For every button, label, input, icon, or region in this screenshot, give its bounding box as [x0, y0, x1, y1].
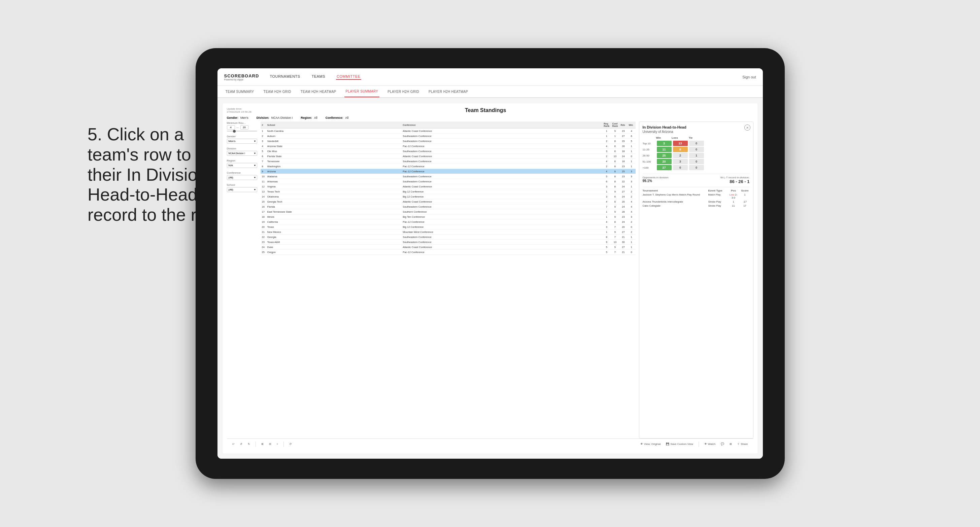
- paste-button[interactable]: ⊟: [268, 442, 273, 446]
- table-row[interactable]: 8 Washington Pac-12 Conference 2 8 23 1: [261, 164, 636, 169]
- cell-rds: 24: [619, 154, 627, 159]
- gender-select[interactable]: Men's ▾: [227, 139, 257, 144]
- cell-reg-rank: 4: [602, 219, 611, 224]
- table-row[interactable]: 12 Virginia Atlantic Coast Conference 3 …: [261, 184, 636, 189]
- tablet-device: SCOREBOARD Powered by clippd TOURNAMENTS…: [196, 48, 785, 479]
- table-row[interactable]: 14 Oklahoma Big 12 Conference 3 6 24 2: [261, 194, 636, 199]
- min-rounds-label: Minimum Rou...: [227, 122, 257, 124]
- table-row[interactable]: 25 Oregon Pac-12 Conference 5 7 21 0: [261, 250, 636, 255]
- table-row[interactable]: 3 Vanderbilt Southeastern Conference 2 8…: [261, 139, 636, 144]
- cell-rds: 23: [619, 129, 627, 133]
- conference-select[interactable]: (All) ▾: [227, 175, 257, 180]
- h2h-row: Top 10 3 13 0: [643, 141, 750, 146]
- cell-reg-rank: 1: [602, 214, 611, 219]
- min-rounds-input[interactable]: 4: [227, 125, 235, 130]
- subnav-team-summary[interactable]: TEAM SUMMARY: [224, 86, 256, 97]
- bottom-toolbar: ↩ ↺ ↻ ⊞ ⊟ + ⏱ 👁 View: Original 💾: [227, 438, 753, 449]
- table-row[interactable]: 13 Texas Tech Big 12 Conference 1 9 27 2: [261, 189, 636, 194]
- undo-button[interactable]: ↩: [231, 442, 236, 446]
- subnav-player-h2h-heatmap[interactable]: PLAYER H2H HEATMAP: [427, 86, 469, 97]
- h2h-row-label: Top 10: [643, 142, 655, 145]
- record-area: W-L-T record in-division: 86 - 26 - 1: [721, 176, 750, 184]
- table-row[interactable]: 18 Illinois Big Ten Conference 1 9 23 3: [261, 214, 636, 219]
- redo2-button[interactable]: ↻: [247, 442, 251, 446]
- rounds-slider[interactable]: [227, 130, 257, 132]
- table-row[interactable]: 9 Arizona Pac-12 Conference 4 8 25 3: [261, 169, 636, 174]
- table-row[interactable]: 10 Alabama Southeastern Conference 5 8 2…: [261, 174, 636, 179]
- table-row[interactable]: 21 New Mexico Mountain West Conference 1…: [261, 230, 636, 235]
- filter-gender-val: Men's: [240, 116, 248, 119]
- timer-button[interactable]: ⏱: [288, 442, 293, 446]
- table-row[interactable]: 16 Florida Southeastern Conference 7 9 2…: [261, 204, 636, 210]
- table-row[interactable]: 19 California Pac-12 Conference 4 8 24 2: [261, 219, 636, 224]
- save-custom-view-button[interactable]: 💾 Save Custom View: [665, 442, 694, 446]
- tourn-header-row: Tournament Event Type Pos Score: [643, 189, 750, 192]
- cell-rank: 19: [261, 219, 266, 224]
- cell-conf-rank: 7: [611, 235, 619, 240]
- gender-select-val: Men's: [229, 140, 235, 143]
- update-time-area: Update time: 27/03/2024 15:56:26: [227, 107, 251, 113]
- cell-rds: 21: [619, 235, 627, 240]
- save-icon: 💾: [666, 443, 669, 446]
- nav-teams[interactable]: TEAMS: [311, 75, 326, 80]
- h2h-cell-win: 11: [657, 147, 671, 152]
- table-row[interactable]: 11 Arkansas Southeastern Conference 6 8 …: [261, 179, 636, 184]
- school-chevron-icon: ▾: [254, 188, 256, 191]
- table-row[interactable]: 23 Texas A&M Southeastern Conference 9 1…: [261, 240, 636, 244]
- nav-committee[interactable]: COMMITTEE: [336, 75, 361, 80]
- table-row[interactable]: 2 Auburn Southeastern Conference 1 1 27 …: [261, 133, 636, 139]
- view-original-button[interactable]: 👁 View: Original: [639, 442, 662, 446]
- subnav-player-summary[interactable]: PLAYER SUMMARY: [344, 86, 380, 97]
- table-row[interactable]: 4 Arizona State Pac-12 Conference 4 6 26…: [261, 144, 636, 149]
- chat-button[interactable]: 💬: [719, 442, 725, 446]
- school-select[interactable]: (All) ▾: [227, 187, 257, 192]
- table-row[interactable]: 24 Duke Atlantic Coast Conference 5 9 27…: [261, 244, 636, 250]
- sign-out-button[interactable]: Sign out: [742, 75, 756, 79]
- cell-conference: Southeastern Conference: [401, 240, 602, 244]
- table-row[interactable]: 1 North Carolina Atlantic Coast Conferen…: [261, 129, 636, 133]
- table-row[interactable]: 22 Georgia Southeastern Conference 8 7 2…: [261, 235, 636, 240]
- division-select-val: NCAA Division I: [229, 152, 245, 154]
- cell-win: 2: [627, 219, 636, 224]
- cell-conf-rank: 8: [611, 184, 619, 189]
- cell-win: 1: [627, 235, 636, 240]
- h2h-row-label: >100: [643, 166, 655, 169]
- table-row[interactable]: 15 Georgia Tech Atlantic Coast Conferenc…: [261, 199, 636, 204]
- copy-button[interactable]: ⊞: [260, 442, 265, 446]
- cell-win: 1: [627, 244, 636, 250]
- table-row[interactable]: 5 Ole Miss Southeastern Conference 3 6 1…: [261, 149, 636, 154]
- h2h-close-button[interactable]: ✕: [745, 124, 750, 130]
- add-button[interactable]: +: [275, 442, 280, 446]
- cell-reg-rank: 5: [602, 250, 611, 255]
- table-row[interactable]: 17 East Tennessee State Southern Confere…: [261, 210, 636, 214]
- max-rounds-input[interactable]: 20: [240, 125, 248, 130]
- tourn-row: Cabo Collegiate Stroke Play 11 17: [643, 204, 750, 207]
- cell-school: Arizona State: [266, 144, 401, 149]
- cell-win: 2: [627, 189, 636, 194]
- toolbar-sep-1: [256, 441, 256, 447]
- table-row[interactable]: 6 Florida State Atlantic Coast Conferenc…: [261, 154, 636, 159]
- nav-tournaments[interactable]: TOURNAMENTS: [269, 75, 301, 80]
- grid-button[interactable]: ⊞: [728, 442, 733, 446]
- table-row[interactable]: 7 Tennessee Southeastern Conference 4 6 …: [261, 159, 636, 164]
- cell-conference: Big 12 Conference: [401, 189, 602, 194]
- cell-conf-rank: 7: [611, 224, 619, 230]
- h2h-col-tie: Tie: [689, 136, 692, 139]
- cell-reg-rank: 4: [602, 159, 611, 164]
- h2h-cell-tie: 0: [689, 141, 704, 146]
- subnav-team-h2h-heatmap[interactable]: TEAM H2H HEATMAP: [299, 86, 338, 97]
- cell-reg-rank: 2: [602, 164, 611, 169]
- watch-button[interactable]: 👁 Watch: [703, 442, 717, 446]
- subnav-player-h2h-grid[interactable]: PLAYER H2H GRID: [386, 86, 420, 97]
- division-select[interactable]: NCAA Division I ▾: [227, 151, 257, 156]
- cell-reg-rank: 9: [602, 240, 611, 244]
- redo-button[interactable]: ↺: [239, 442, 244, 446]
- col-win: Win: [627, 122, 636, 129]
- cell-win: 0: [627, 250, 636, 255]
- region-select[interactable]: N/A ▾: [227, 163, 257, 168]
- cell-rds: 18: [619, 149, 627, 154]
- cell-rds: 25: [619, 169, 627, 174]
- share-button[interactable]: ⇧ Share: [736, 442, 749, 446]
- table-row[interactable]: 20 Texas Big 12 Conference 3 7 20 0: [261, 224, 636, 230]
- subnav-team-h2h-grid[interactable]: TEAM H2H GRID: [262, 86, 293, 97]
